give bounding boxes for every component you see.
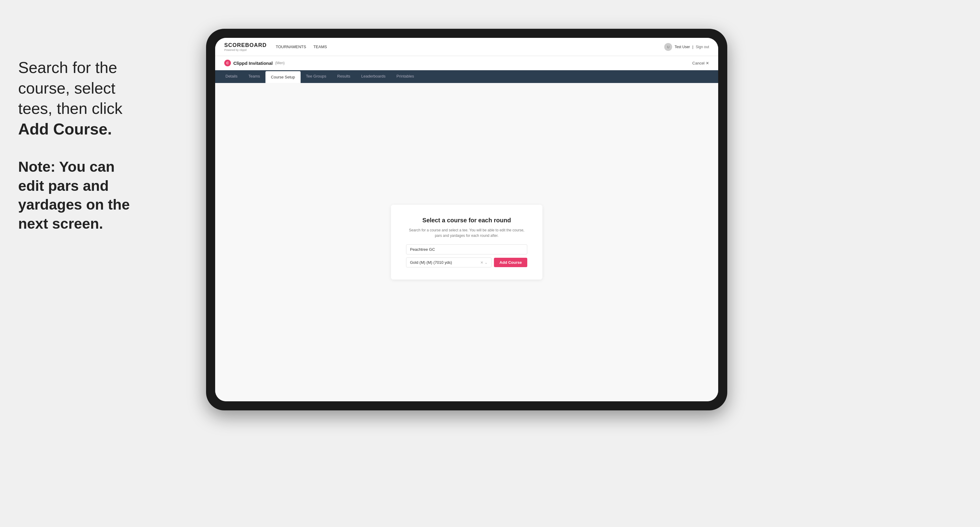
user-avatar: U xyxy=(664,43,672,51)
tab-tee-groups[interactable]: Tee Groups xyxy=(301,70,332,83)
tablet-frame: SCOREBOARD Powered by clippd TOURNAMENTS… xyxy=(206,29,727,410)
tee-select[interactable]: Gold (M) (M) (7010 yds) ✕ ⌄ xyxy=(406,257,492,267)
card-description: Search for a course and select a tee. Yo… xyxy=(406,227,527,238)
main-content: Select a course for each round Search fo… xyxy=(215,83,718,401)
sign-out-link[interactable]: Sign out xyxy=(696,45,709,49)
tab-printables[interactable]: Printables xyxy=(391,70,419,83)
chevron-icon[interactable]: ⌄ xyxy=(485,260,488,265)
tournament-icon: C xyxy=(224,60,231,66)
tab-details[interactable]: Details xyxy=(220,70,243,83)
user-area: U Test User | Sign out xyxy=(664,43,709,51)
logo-sub: Powered by clippd xyxy=(224,48,267,51)
tablet-screen: SCOREBOARD Powered by clippd TOURNAMENTS… xyxy=(215,38,718,401)
nav-links: TOURNAMENTS TEAMS xyxy=(276,43,664,50)
top-navbar: SCOREBOARD Powered by clippd TOURNAMENTS… xyxy=(215,38,718,56)
logo-text: SCOREBOARD xyxy=(224,42,267,48)
course-card: Select a course for each round Search fo… xyxy=(391,205,542,279)
cancel-button[interactable]: Cancel ✕ xyxy=(692,61,709,65)
tab-teams[interactable]: Teams xyxy=(243,70,266,83)
tee-value: Gold (M) (M) (7010 yds) xyxy=(410,260,452,265)
tournament-title: C Clippd Invitational (Men) xyxy=(224,60,285,66)
separator: | xyxy=(692,45,693,49)
user-name: Test User xyxy=(675,45,690,49)
clear-icon[interactable]: ✕ xyxy=(480,260,483,265)
tab-bar: Details Teams Course Setup Tee Groups Re… xyxy=(215,70,718,83)
add-course-button[interactable]: Add Course xyxy=(494,258,527,267)
tab-leaderboards[interactable]: Leaderboards xyxy=(356,70,391,83)
tee-select-row: Gold (M) (M) (7010 yds) ✕ ⌄ Add Course xyxy=(406,257,527,267)
tournament-name: Clippd Invitational xyxy=(233,60,273,66)
logo-area: SCOREBOARD Powered by clippd xyxy=(224,42,267,51)
tournament-header: C Clippd Invitational (Men) Cancel ✕ xyxy=(215,56,718,70)
course-search-input[interactable] xyxy=(406,244,527,254)
annotation-main: Search for the course, select tees, then… xyxy=(18,57,194,139)
tab-course-setup[interactable]: Course Setup xyxy=(266,71,301,83)
tab-results[interactable]: Results xyxy=(332,70,356,83)
nav-teams[interactable]: TEAMS xyxy=(313,43,327,50)
tee-select-controls: ✕ ⌄ xyxy=(480,260,488,265)
annotation-note: Note: You can edit pars and yardages on … xyxy=(18,157,194,233)
card-title: Select a course for each round xyxy=(406,217,527,224)
nav-tournaments[interactable]: TOURNAMENTS xyxy=(276,43,306,50)
tournament-subtitle: (Men) xyxy=(275,61,285,65)
annotation-area: Search for the course, select tees, then… xyxy=(0,45,212,245)
